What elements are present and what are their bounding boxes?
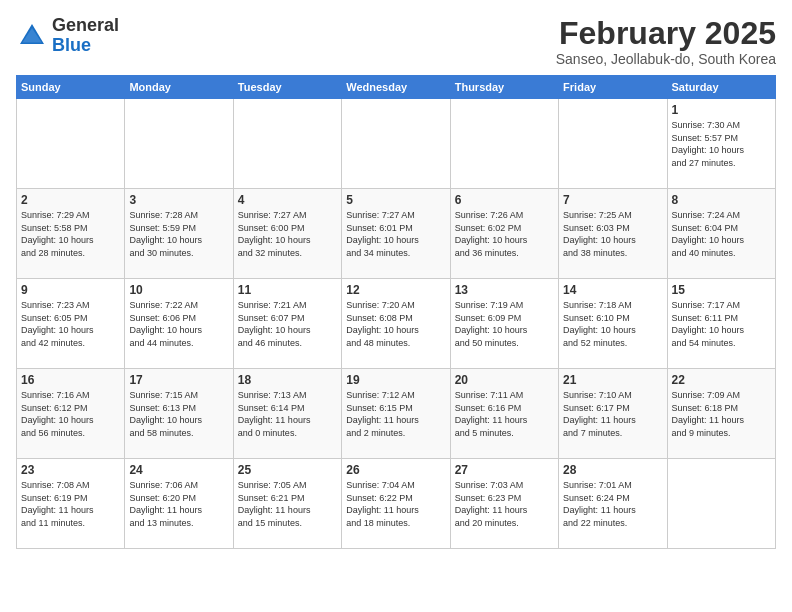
weekday-header-wednesday: Wednesday (342, 76, 450, 99)
logo-icon (16, 20, 48, 52)
day-info: Sunrise: 7:13 AM Sunset: 6:14 PM Dayligh… (238, 389, 337, 439)
calendar-cell: 25Sunrise: 7:05 AM Sunset: 6:21 PM Dayli… (233, 459, 341, 549)
day-number: 19 (346, 373, 445, 387)
calendar-table: SundayMondayTuesdayWednesdayThursdayFrid… (16, 75, 776, 549)
calendar-cell: 27Sunrise: 7:03 AM Sunset: 6:23 PM Dayli… (450, 459, 558, 549)
location-subtitle: Sanseo, Jeollabuk-do, South Korea (556, 51, 776, 67)
calendar-cell: 12Sunrise: 7:20 AM Sunset: 6:08 PM Dayli… (342, 279, 450, 369)
weekday-header-sunday: Sunday (17, 76, 125, 99)
weekday-header-monday: Monday (125, 76, 233, 99)
day-number: 12 (346, 283, 445, 297)
page-header: General Blue February 2025 Sanseo, Jeoll… (16, 16, 776, 67)
day-info: Sunrise: 7:24 AM Sunset: 6:04 PM Dayligh… (672, 209, 771, 259)
calendar-cell: 3Sunrise: 7:28 AM Sunset: 5:59 PM Daylig… (125, 189, 233, 279)
day-info: Sunrise: 7:26 AM Sunset: 6:02 PM Dayligh… (455, 209, 554, 259)
day-info: Sunrise: 7:17 AM Sunset: 6:11 PM Dayligh… (672, 299, 771, 349)
calendar-cell: 22Sunrise: 7:09 AM Sunset: 6:18 PM Dayli… (667, 369, 775, 459)
day-info: Sunrise: 7:25 AM Sunset: 6:03 PM Dayligh… (563, 209, 662, 259)
day-number: 6 (455, 193, 554, 207)
calendar-cell: 2Sunrise: 7:29 AM Sunset: 5:58 PM Daylig… (17, 189, 125, 279)
day-number: 3 (129, 193, 228, 207)
day-info: Sunrise: 7:19 AM Sunset: 6:09 PM Dayligh… (455, 299, 554, 349)
calendar-cell: 6Sunrise: 7:26 AM Sunset: 6:02 PM Daylig… (450, 189, 558, 279)
day-number: 10 (129, 283, 228, 297)
week-row-4: 16Sunrise: 7:16 AM Sunset: 6:12 PM Dayli… (17, 369, 776, 459)
day-info: Sunrise: 7:11 AM Sunset: 6:16 PM Dayligh… (455, 389, 554, 439)
day-info: Sunrise: 7:27 AM Sunset: 6:00 PM Dayligh… (238, 209, 337, 259)
logo-general: General (52, 15, 119, 35)
weekday-header-thursday: Thursday (450, 76, 558, 99)
calendar-cell: 19Sunrise: 7:12 AM Sunset: 6:15 PM Dayli… (342, 369, 450, 459)
day-info: Sunrise: 7:01 AM Sunset: 6:24 PM Dayligh… (563, 479, 662, 529)
calendar-cell: 11Sunrise: 7:21 AM Sunset: 6:07 PM Dayli… (233, 279, 341, 369)
day-info: Sunrise: 7:04 AM Sunset: 6:22 PM Dayligh… (346, 479, 445, 529)
day-number: 13 (455, 283, 554, 297)
calendar-cell: 4Sunrise: 7:27 AM Sunset: 6:00 PM Daylig… (233, 189, 341, 279)
logo: General Blue (16, 16, 119, 56)
day-number: 21 (563, 373, 662, 387)
calendar-cell: 8Sunrise: 7:24 AM Sunset: 6:04 PM Daylig… (667, 189, 775, 279)
calendar-cell: 13Sunrise: 7:19 AM Sunset: 6:09 PM Dayli… (450, 279, 558, 369)
calendar-cell: 9Sunrise: 7:23 AM Sunset: 6:05 PM Daylig… (17, 279, 125, 369)
day-number: 22 (672, 373, 771, 387)
calendar-cell: 14Sunrise: 7:18 AM Sunset: 6:10 PM Dayli… (559, 279, 667, 369)
calendar-cell: 5Sunrise: 7:27 AM Sunset: 6:01 PM Daylig… (342, 189, 450, 279)
day-number: 7 (563, 193, 662, 207)
title-block: February 2025 Sanseo, Jeollabuk-do, Sout… (556, 16, 776, 67)
calendar-cell (233, 99, 341, 189)
day-number: 28 (563, 463, 662, 477)
week-row-2: 2Sunrise: 7:29 AM Sunset: 5:58 PM Daylig… (17, 189, 776, 279)
day-info: Sunrise: 7:30 AM Sunset: 5:57 PM Dayligh… (672, 119, 771, 169)
day-info: Sunrise: 7:20 AM Sunset: 6:08 PM Dayligh… (346, 299, 445, 349)
day-info: Sunrise: 7:08 AM Sunset: 6:19 PM Dayligh… (21, 479, 120, 529)
day-number: 4 (238, 193, 337, 207)
week-row-1: 1Sunrise: 7:30 AM Sunset: 5:57 PM Daylig… (17, 99, 776, 189)
calendar-cell: 28Sunrise: 7:01 AM Sunset: 6:24 PM Dayli… (559, 459, 667, 549)
calendar-cell: 20Sunrise: 7:11 AM Sunset: 6:16 PM Dayli… (450, 369, 558, 459)
day-number: 18 (238, 373, 337, 387)
day-number: 23 (21, 463, 120, 477)
calendar-cell: 15Sunrise: 7:17 AM Sunset: 6:11 PM Dayli… (667, 279, 775, 369)
day-info: Sunrise: 7:16 AM Sunset: 6:12 PM Dayligh… (21, 389, 120, 439)
week-row-5: 23Sunrise: 7:08 AM Sunset: 6:19 PM Dayli… (17, 459, 776, 549)
weekday-header-friday: Friday (559, 76, 667, 99)
day-number: 8 (672, 193, 771, 207)
calendar-header-row: SundayMondayTuesdayWednesdayThursdayFrid… (17, 76, 776, 99)
day-info: Sunrise: 7:22 AM Sunset: 6:06 PM Dayligh… (129, 299, 228, 349)
day-info: Sunrise: 7:21 AM Sunset: 6:07 PM Dayligh… (238, 299, 337, 349)
calendar-cell (17, 99, 125, 189)
day-number: 14 (563, 283, 662, 297)
calendar-cell: 24Sunrise: 7:06 AM Sunset: 6:20 PM Dayli… (125, 459, 233, 549)
day-number: 2 (21, 193, 120, 207)
calendar-cell: 1Sunrise: 7:30 AM Sunset: 5:57 PM Daylig… (667, 99, 775, 189)
week-row-3: 9Sunrise: 7:23 AM Sunset: 6:05 PM Daylig… (17, 279, 776, 369)
day-number: 25 (238, 463, 337, 477)
calendar-cell: 23Sunrise: 7:08 AM Sunset: 6:19 PM Dayli… (17, 459, 125, 549)
day-info: Sunrise: 7:27 AM Sunset: 6:01 PM Dayligh… (346, 209, 445, 259)
day-info: Sunrise: 7:06 AM Sunset: 6:20 PM Dayligh… (129, 479, 228, 529)
day-number: 1 (672, 103, 771, 117)
calendar-cell: 21Sunrise: 7:10 AM Sunset: 6:17 PM Dayli… (559, 369, 667, 459)
calendar-cell (342, 99, 450, 189)
calendar-cell: 16Sunrise: 7:16 AM Sunset: 6:12 PM Dayli… (17, 369, 125, 459)
day-info: Sunrise: 7:28 AM Sunset: 5:59 PM Dayligh… (129, 209, 228, 259)
weekday-header-tuesday: Tuesday (233, 76, 341, 99)
day-info: Sunrise: 7:09 AM Sunset: 6:18 PM Dayligh… (672, 389, 771, 439)
day-info: Sunrise: 7:03 AM Sunset: 6:23 PM Dayligh… (455, 479, 554, 529)
calendar-cell: 10Sunrise: 7:22 AM Sunset: 6:06 PM Dayli… (125, 279, 233, 369)
day-info: Sunrise: 7:05 AM Sunset: 6:21 PM Dayligh… (238, 479, 337, 529)
day-number: 24 (129, 463, 228, 477)
day-info: Sunrise: 7:15 AM Sunset: 6:13 PM Dayligh… (129, 389, 228, 439)
day-info: Sunrise: 7:23 AM Sunset: 6:05 PM Dayligh… (21, 299, 120, 349)
day-info: Sunrise: 7:10 AM Sunset: 6:17 PM Dayligh… (563, 389, 662, 439)
calendar-cell (450, 99, 558, 189)
day-number: 26 (346, 463, 445, 477)
day-number: 5 (346, 193, 445, 207)
day-info: Sunrise: 7:12 AM Sunset: 6:15 PM Dayligh… (346, 389, 445, 439)
day-number: 9 (21, 283, 120, 297)
logo-text: General Blue (52, 16, 119, 56)
logo-blue: Blue (52, 35, 91, 55)
calendar-cell: 18Sunrise: 7:13 AM Sunset: 6:14 PM Dayli… (233, 369, 341, 459)
day-info: Sunrise: 7:29 AM Sunset: 5:58 PM Dayligh… (21, 209, 120, 259)
month-title: February 2025 (556, 16, 776, 51)
